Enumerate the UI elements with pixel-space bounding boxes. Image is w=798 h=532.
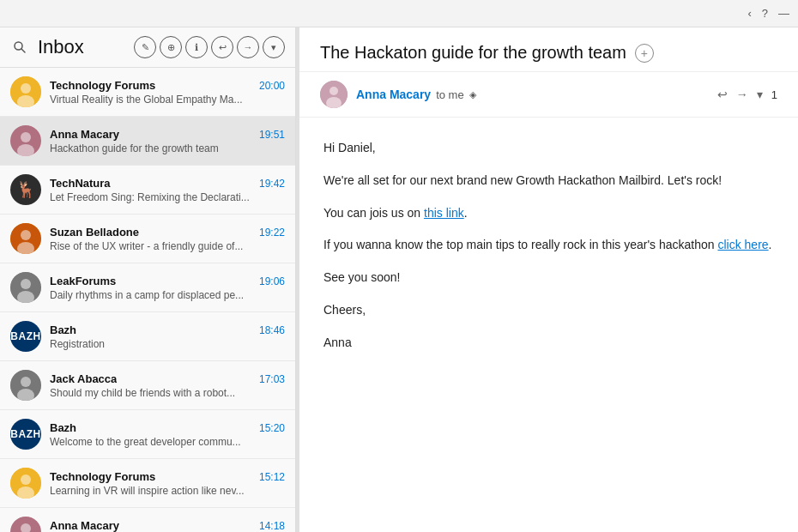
download-button[interactable]: ⊕ <box>160 36 182 58</box>
email-subject: Should my child be friends with a robot.… <box>50 387 285 399</box>
email-list-item[interactable]: Jack Abacca17:03Should my child be frien… <box>0 361 295 410</box>
more-button[interactable]: ▾ <box>263 36 285 58</box>
email-sender: Bazh <box>50 421 76 434</box>
avatar <box>10 125 41 156</box>
search-icon[interactable] <box>10 38 29 57</box>
top-bar: ‹ ? — <box>0 0 798 27</box>
email-item-content: Jack Abacca17:03Should my child be frien… <box>50 372 285 399</box>
inbox-header: Inbox ✎ ⊕ ℹ ↩ → ▾ <box>0 27 295 68</box>
email-body-paragraph: Hi Daniel, <box>323 138 774 159</box>
svg-point-24 <box>329 87 338 95</box>
avatar <box>10 223 41 254</box>
info-button[interactable]: ℹ <box>185 36 208 58</box>
email-actions: ↩ → ▾ 1 <box>717 88 777 101</box>
email-time: 19:51 <box>259 129 285 141</box>
email-item-content: TechNatura19:42Let Freedom Sing: Remixin… <box>50 177 285 203</box>
email-detail-title: The Hackaton guide for the growth team + <box>320 43 654 63</box>
email-subject: Daily rhythms in a camp for displaced pe… <box>50 289 285 301</box>
add-tab-button[interactable]: + <box>635 44 654 63</box>
avatar <box>10 272 41 303</box>
email-list-item[interactable]: Technology Forums20:00Virtual Reality is… <box>0 68 295 117</box>
email-subject: Virtual Reality is the Global Empathy Ma… <box>50 94 285 106</box>
email-sender: Bazh <box>50 323 76 336</box>
email-item-content: Bazh15:20Welcome to the great developer … <box>50 421 285 448</box>
avatar <box>10 76 41 107</box>
expand-sender-icon[interactable]: ◈ <box>469 89 476 100</box>
avatar: BAZH <box>10 321 41 352</box>
sender-name-row: Anna Macary to me ◈ <box>356 88 709 101</box>
inbox-toolbar: ✎ ⊕ ℹ ↩ → ▾ <box>134 36 285 58</box>
reply-button[interactable]: ↩ <box>211 36 233 58</box>
email-body-paragraph: Cheers, <box>323 300 774 321</box>
email-list-item[interactable]: 🦌TechNatura19:42Let Freedom Sing: Remixi… <box>0 166 295 215</box>
email-subject: Let Freedom Sing: Remixing the Declarati… <box>50 191 285 203</box>
email-list-item[interactable]: Anna Macary14:18How Should We Tax Self-D… <box>0 508 295 532</box>
email-body-paragraph: Anna <box>323 333 774 354</box>
email-item-content: Technology Forums20:00Virtual Reality is… <box>50 79 285 106</box>
detail-header: The Hackaton guide for the growth team + <box>299 27 798 72</box>
email-time: 20:00 <box>259 80 285 92</box>
email-sender: Anna Macary <box>50 128 119 141</box>
email-body-paragraph: You can jois us on this link. <box>323 203 774 224</box>
compose-button[interactable]: ✎ <box>134 36 156 58</box>
email-count: 1 <box>771 88 777 101</box>
more-action-icon[interactable]: ▾ <box>757 88 763 101</box>
email-item-content: Anna Macary19:51Hackathon guide for the … <box>50 128 285 154</box>
email-subject: Registration <box>50 338 285 350</box>
svg-line-1 <box>21 49 25 52</box>
email-meta-row: Anna Macary to me ◈ ↩ → ▾ 1 <box>299 72 798 118</box>
sender-avatar <box>320 81 348 108</box>
email-body-link[interactable]: this link <box>424 206 464 220</box>
reply-action-icon[interactable]: ↩ <box>717 88 728 101</box>
email-subject: Welcome to the great developer commu... <box>50 436 285 448</box>
email-list-item[interactable]: BAZHBazh15:20Welcome to the great develo… <box>0 410 295 459</box>
svg-point-12 <box>21 279 31 289</box>
email-sender: Jack Abacca <box>50 372 117 385</box>
email-body-link[interactable]: click here <box>717 238 768 251</box>
email-list-item[interactable]: Anna Macary19:51Hackathon guide for the … <box>0 117 295 166</box>
minimize-icon[interactable]: — <box>778 7 789 20</box>
sender-name: Anna Macary <box>356 88 431 101</box>
help-icon[interactable]: ? <box>762 7 768 20</box>
email-body-paragraph: We're all set for our next brand new Gro… <box>323 171 774 191</box>
email-item-content: Bazh18:46Registration <box>50 323 285 350</box>
email-body: Hi Daniel,We're all set for our next bra… <box>299 118 798 532</box>
email-time: 19:42 <box>259 178 285 190</box>
email-subject: Hackathon guide for the growth team <box>50 142 285 154</box>
svg-point-15 <box>21 377 31 387</box>
email-list-item[interactable]: Technology Forums15:12Learning in VR wil… <box>0 459 295 508</box>
sender-to: to me <box>436 88 464 101</box>
forward-action-icon[interactable]: → <box>736 88 748 101</box>
email-sender: Technology Forums <box>50 79 155 92</box>
avatar <box>10 517 41 532</box>
forward-button[interactable]: → <box>237 36 259 58</box>
email-list-item[interactable]: Suzan Belladone19:22Rise of the UX write… <box>0 215 295 263</box>
email-item-content: Suzan Belladone19:22Rise of the UX write… <box>50 226 285 252</box>
email-time: 15:20 <box>259 422 285 434</box>
email-time: 18:46 <box>259 324 285 336</box>
back-icon[interactable]: ‹ <box>747 7 751 20</box>
svg-point-18 <box>21 475 31 485</box>
email-list: Technology Forums20:00Virtual Reality is… <box>0 68 295 532</box>
email-subject-title: The Hackaton guide for the growth team <box>320 43 626 63</box>
email-time: 19:06 <box>259 275 285 287</box>
email-sender: Technology Forums <box>50 470 155 483</box>
email-time: 19:22 <box>259 227 285 239</box>
avatar <box>10 370 41 401</box>
email-list-item[interactable]: LeakForums19:06Daily rhythms in a camp f… <box>0 263 295 312</box>
email-detail-panel: The Hackaton guide for the growth team +… <box>299 27 798 532</box>
inbox-title: Inbox <box>38 36 125 58</box>
svg-point-9 <box>21 230 31 240</box>
email-time: 17:03 <box>259 373 285 385</box>
email-list-item[interactable]: BAZHBazh18:46Registration <box>0 312 295 361</box>
email-body-paragraph: If you wanna know the top main tips to r… <box>323 235 774 256</box>
email-subject: Rise of the UX writer - a friendly guide… <box>50 240 285 252</box>
email-sender: TechNatura <box>50 177 111 190</box>
avatar: BAZH <box>10 419 41 450</box>
email-item-content: LeakForums19:06Daily rhythms in a camp f… <box>50 275 285 301</box>
email-time: 14:18 <box>259 520 285 532</box>
email-body-paragraph: See you soon! <box>323 268 774 288</box>
main-layout: Inbox ✎ ⊕ ℹ ↩ → ▾ Technology Forums20:00… <box>0 27 798 532</box>
panel-divider <box>296 27 299 532</box>
sender-info: Anna Macary to me ◈ <box>356 88 709 101</box>
